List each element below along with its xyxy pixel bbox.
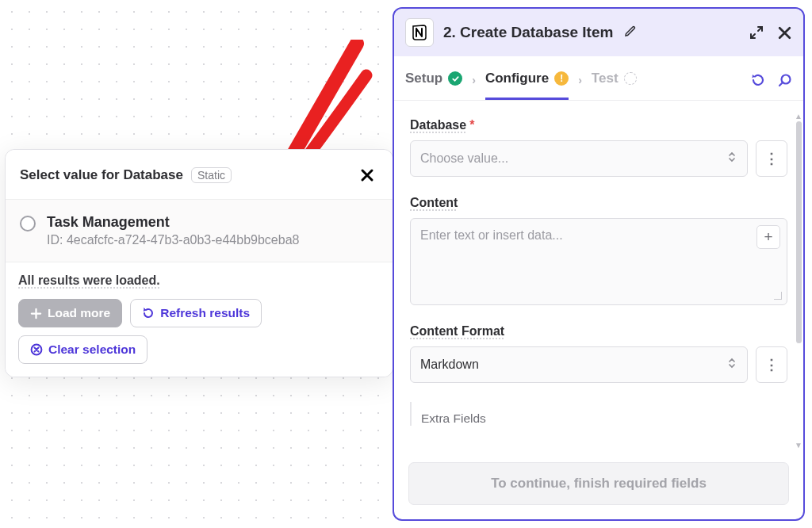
- popup-title: Select value for Database: [20, 167, 183, 183]
- clear-selection-button[interactable]: Clear selection: [18, 335, 147, 364]
- select-chevron-icon: [726, 150, 737, 167]
- content-field-label: Content: [410, 196, 458, 210]
- database-select[interactable]: Choose value...: [410, 140, 748, 177]
- tab-setup[interactable]: Setup: [405, 71, 462, 100]
- refresh-label: Refresh results: [160, 306, 250, 320]
- database-selector-popup: Select value for Database Static Task Ma…: [5, 149, 393, 377]
- content-format-label: Content Format: [410, 324, 504, 339]
- scrollbar-thumb[interactable]: [796, 121, 802, 343]
- step-tabs: Setup › Configure ! › Test: [394, 56, 803, 101]
- content-format-more-button[interactable]: ⋮: [756, 346, 787, 383]
- popup-header: Select value for Database Static: [6, 150, 393, 199]
- edit-title-icon[interactable]: [624, 25, 637, 40]
- database-placeholder: Choose value...: [420, 151, 508, 166]
- warning-badge-icon: !: [554, 71, 569, 86]
- content-format-value: Markdown: [420, 358, 479, 372]
- content-textarea[interactable]: Enter text or insert data... +: [410, 218, 787, 305]
- database-field-label: Database*: [410, 118, 474, 132]
- load-more-button: Load more: [18, 299, 122, 327]
- option-id: ID: 4ecafcfc-a724-47b3-a0b3-e44bb9bceba8: [47, 233, 299, 247]
- popup-footer: All results were loaded. Load more Refre…: [6, 262, 393, 377]
- panel-header: 2. Create Database Item: [394, 9, 803, 56]
- option-title: Task Management: [47, 214, 299, 231]
- close-icon[interactable]: [356, 164, 378, 186]
- static-chip[interactable]: Static: [191, 167, 232, 183]
- content-format-select[interactable]: Markdown: [410, 346, 748, 383]
- notion-app-icon: [405, 18, 434, 47]
- content-placeholder: Enter text or insert data...: [420, 228, 563, 242]
- database-more-button[interactable]: ⋮: [756, 140, 787, 177]
- tab-test-label: Test: [592, 71, 619, 86]
- check-badge-icon: [448, 71, 462, 86]
- resize-handle-icon[interactable]: [774, 292, 782, 300]
- refresh-results-button[interactable]: Refresh results: [130, 299, 262, 327]
- extra-fields-section: Extra Fields: [410, 402, 787, 426]
- panel-footer: To continue, finish required fields: [394, 451, 803, 519]
- results-loaded-label: All results were loaded.: [18, 274, 380, 288]
- tab-configure[interactable]: Configure !: [485, 71, 569, 100]
- pending-badge-icon: [624, 72, 637, 85]
- tab-configure-label: Configure: [485, 71, 549, 86]
- close-panel-icon[interactable]: [777, 25, 792, 40]
- insert-data-button[interactable]: +: [756, 225, 780, 249]
- extra-fields-title: Extra Fields: [421, 411, 787, 426]
- load-more-label: Load more: [48, 306, 110, 320]
- step-editor-panel: 2. Create Database Item Setup › Configur…: [393, 7, 805, 521]
- content-format-field: Content Format Markdown ⋮: [410, 324, 787, 383]
- panel-body: Database* Choose value... ⋮ Content Ente…: [394, 101, 803, 451]
- chevron-right-icon: ›: [578, 74, 582, 98]
- scroll-down-icon[interactable]: ▼: [795, 441, 802, 450]
- database-field: Database* Choose value... ⋮: [410, 118, 787, 177]
- clear-label: Clear selection: [48, 342, 136, 357]
- expand-icon[interactable]: [749, 25, 764, 40]
- content-field: Content Enter text or insert data... +: [410, 196, 787, 305]
- tab-setup-label: Setup: [405, 71, 442, 86]
- undo-icon[interactable]: [749, 72, 765, 91]
- database-option[interactable]: Task Management ID: 4ecafcfc-a724-47b3-a…: [20, 214, 378, 247]
- continue-button: To continue, finish required fields: [408, 462, 789, 505]
- search-icon[interactable]: [776, 72, 792, 91]
- panel-title: 2. Create Database Item: [443, 24, 613, 41]
- select-chevron-icon: [726, 356, 737, 373]
- radio-unchecked-icon[interactable]: [20, 216, 36, 231]
- scroll-up-icon[interactable]: ▲: [795, 112, 802, 121]
- popup-body: Task Management ID: 4ecafcfc-a724-47b3-a…: [6, 199, 393, 262]
- tab-test: Test: [592, 71, 637, 100]
- chevron-right-icon: ›: [472, 74, 476, 98]
